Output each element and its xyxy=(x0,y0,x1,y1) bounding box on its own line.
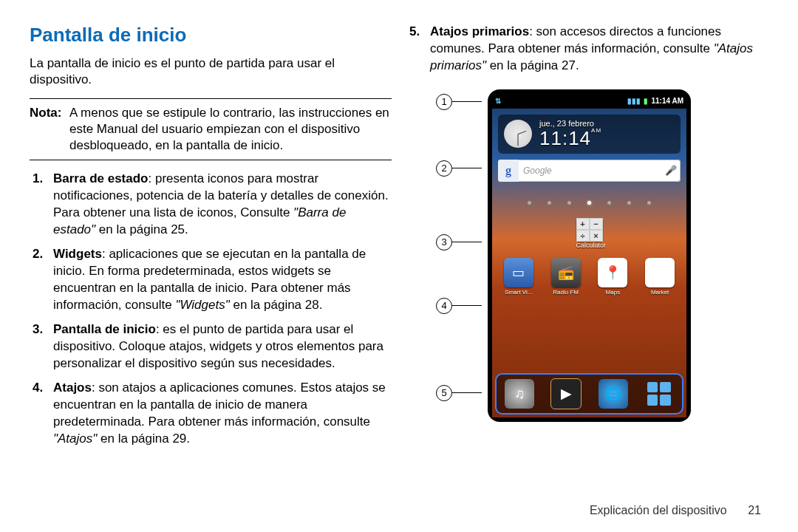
search-placeholder: Google xyxy=(519,166,661,176)
term: Barra de estado xyxy=(53,171,149,185)
note-body: A menos que se estipule lo contrario, la… xyxy=(69,105,392,154)
note-label: Nota: xyxy=(30,105,69,154)
term: Atajos primarios xyxy=(430,24,529,38)
app-shortcut: 📍 Maps xyxy=(596,258,630,296)
signal-icon: ▮▮▮ xyxy=(627,97,641,105)
clock-widget: jue., 23 febrero 11:14AM xyxy=(498,115,681,154)
arrow-icon: ⇅ xyxy=(495,97,501,105)
page-indicator xyxy=(492,201,686,205)
intro-paragraph: La pantalla de inicio es el punto de par… xyxy=(30,55,392,88)
desc: : son atajos a aplicaciones comunes. Est… xyxy=(53,381,386,429)
status-bar: ⇅ ▮▮▮ ▮ 11:14 AM xyxy=(492,94,686,109)
ref-tail: en la página 25. xyxy=(95,222,188,236)
footer-section: Explicación del dispositivo xyxy=(590,504,727,516)
app-shortcut: ▭ Smart Vi... xyxy=(502,258,536,296)
google-g-icon: g xyxy=(498,160,519,182)
feature-list-cont: Atajos primarios: son accesos directos a… xyxy=(406,24,768,75)
list-item: Widgets: aplicaciones que se ejecutan en… xyxy=(53,246,392,314)
calculator-shortcut: +−÷× Calculator xyxy=(576,218,603,249)
left-column: Pantalla de inicio La pantalla de inicio… xyxy=(30,24,392,473)
ref-tail: en la página 29. xyxy=(97,432,190,446)
phone-frame: ⇅ ▮▮▮ ▮ 11:14 AM jue., 23 febrero 11:14A… xyxy=(488,89,691,422)
section-title: Pantalla de inicio xyxy=(30,24,392,47)
callout-num: 3 xyxy=(436,234,452,250)
primary-shortcuts-dock: ♫ ▶ 🌐 xyxy=(495,373,683,415)
calculator-label: Calculator xyxy=(576,242,603,249)
app-shortcut: 🛍 Market xyxy=(643,258,677,296)
maps-icon: 📍 xyxy=(598,258,627,287)
smartview-icon: ▭ xyxy=(504,258,533,287)
app-label: Maps xyxy=(596,289,630,296)
app-label: Market xyxy=(643,289,677,296)
ref-tail: en la página 28. xyxy=(230,298,323,312)
app-shortcut: 📻 Radio FM xyxy=(549,258,583,296)
status-time: 11:14 AM xyxy=(651,97,683,105)
apps-grid-icon xyxy=(644,379,674,409)
note-block: Nota: A menos que se estipule lo contrar… xyxy=(30,98,392,160)
term: Atajos xyxy=(53,381,92,395)
phone-screen: ⇅ ▮▮▮ ▮ 11:14 AM jue., 23 febrero 11:14A… xyxy=(492,94,686,417)
term: Widgets xyxy=(53,247,102,261)
ref: "Atajos" xyxy=(53,432,97,446)
callout-num: 1 xyxy=(436,94,452,110)
callout-column: 1 2 3 4 5 xyxy=(436,89,480,422)
analog-clock-icon xyxy=(504,120,532,148)
right-column: Atajos primarios: son accesos directos a… xyxy=(406,24,768,473)
music-icon: ♫ xyxy=(505,379,534,409)
phone-illustration: 1 2 3 4 5 ⇅ ▮▮▮ ▮ 11:14 AM xyxy=(436,89,768,422)
page-footer: Explicación del dispositivo 21 xyxy=(590,504,761,517)
app-label: Smart Vi... xyxy=(502,289,536,296)
market-icon: 🛍 xyxy=(645,258,675,287)
ref-tail: en la página 27. xyxy=(486,58,579,72)
callout-num: 2 xyxy=(436,160,452,177)
callout-num: 5 xyxy=(436,385,452,401)
callout-num: 4 xyxy=(436,298,452,314)
radio-icon: 📻 xyxy=(551,258,581,287)
mic-icon: 🎤 xyxy=(661,165,681,176)
shortcut-row: ▭ Smart Vi... 📻 Radio FM 📍 Maps 🛍 xyxy=(492,258,686,296)
ref: "Widgets" xyxy=(175,298,229,312)
list-item: Pantalla de inicio: es el punto de parti… xyxy=(53,321,392,372)
footer-page-number: 21 xyxy=(748,504,761,516)
feature-list: Barra de estado: presenta iconos para mo… xyxy=(30,171,392,447)
clock-ampm: AM xyxy=(591,127,601,134)
google-search-widget: g Google 🎤 xyxy=(498,160,681,182)
calculator-icon: +−÷× xyxy=(576,218,603,242)
clock-time: 11:14AM xyxy=(539,128,601,149)
video-icon: ▶ xyxy=(550,378,582,409)
app-label: Radio FM xyxy=(549,289,583,296)
list-item: Atajos primarios: son accesos directos a… xyxy=(430,24,768,75)
battery-icon: ▮ xyxy=(644,97,648,105)
term: Pantalla de inicio xyxy=(53,322,156,336)
globe-icon: 🌐 xyxy=(598,379,628,409)
list-item: Barra de estado: presenta iconos para mo… xyxy=(53,171,392,239)
list-item: Atajos: son atajos a aplicaciones comune… xyxy=(53,380,392,448)
